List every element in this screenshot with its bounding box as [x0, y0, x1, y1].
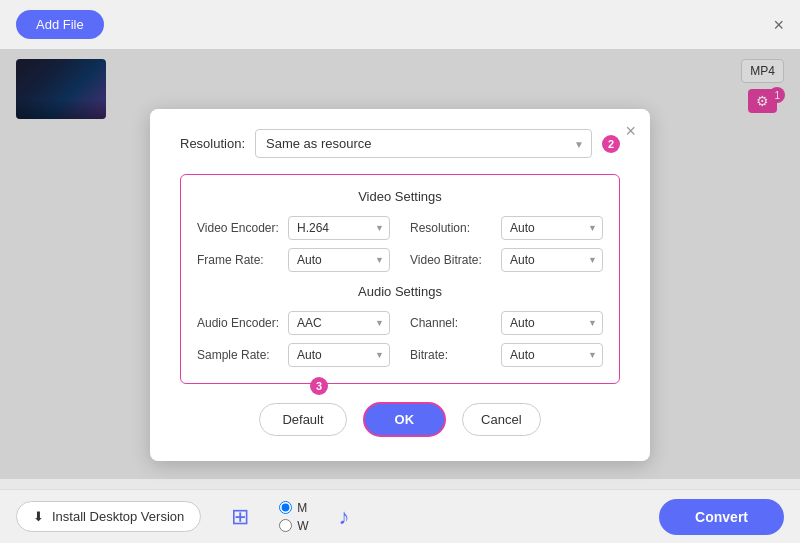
video-encoder-select[interactable]: H.264 H.265 MPEG-4 — [288, 216, 390, 240]
resolution-select-wrap: Same as resource 1920x1080 1280x720 640x… — [255, 129, 592, 158]
video-settings-grid: Video Encoder: H.264 H.265 MPEG-4 ▼ R — [197, 216, 603, 272]
modal-button-row: 3 Default OK Cancel — [180, 402, 620, 437]
video-resolution-select[interactable]: Auto 1920x1080 1280x720 — [501, 216, 603, 240]
sample-rate-row: Sample Rate: Auto 44100 48000 ▼ — [197, 343, 390, 367]
modal-overlay: × Resolution: Same as resource 1920x1080… — [0, 49, 800, 479]
radio-option-w[interactable]: W — [279, 519, 308, 533]
channel-row: Channel: Auto Mono Stereo ▼ — [410, 311, 603, 335]
audio-bitrate-select-wrap: Auto 128k 192k 320k ▼ — [501, 343, 603, 367]
settings-box: Video Settings Video Encoder: H.264 H.26… — [180, 174, 620, 384]
channel-label: Channel: — [410, 316, 495, 330]
modal-close-button[interactable]: × — [625, 121, 636, 142]
sample-rate-label: Sample Rate: — [197, 348, 282, 362]
install-label: Install Desktop Version — [52, 509, 184, 524]
step2-badge: 2 — [602, 135, 620, 153]
resolution-select[interactable]: Same as resource 1920x1080 1280x720 640x… — [255, 129, 592, 158]
video-resolution-select-wrap: Auto 1920x1080 1280x720 ▼ — [501, 216, 603, 240]
audio-bitrate-row: Bitrate: Auto 128k 192k 320k ▼ — [410, 343, 603, 367]
ok-button[interactable]: OK — [363, 402, 447, 437]
frame-rate-select-wrap: Auto 24 30 60 ▼ — [288, 248, 390, 272]
default-button[interactable]: Default — [259, 403, 346, 436]
bottom-bar: ⬇ Install Desktop Version ⊞ M W ♪ Conver… — [0, 489, 800, 543]
frame-rate-select[interactable]: Auto 24 30 60 — [288, 248, 390, 272]
add-file-button[interactable]: Add File — [16, 10, 104, 39]
channel-select-wrap: Auto Mono Stereo ▼ — [501, 311, 603, 335]
audio-bitrate-label: Bitrate: — [410, 348, 495, 362]
audio-settings-grid: Audio Encoder: AAC MP3 OGG ▼ Channel: — [197, 311, 603, 367]
video-encoder-row: Video Encoder: H.264 H.265 MPEG-4 ▼ — [197, 216, 390, 240]
channel-select[interactable]: Auto Mono Stereo — [501, 311, 603, 335]
step3-badge: 3 — [310, 377, 328, 395]
audio-encoder-row: Audio Encoder: AAC MP3 OGG ▼ — [197, 311, 390, 335]
video-encoder-label: Video Encoder: — [197, 221, 282, 235]
window-close-button[interactable]: × — [773, 16, 784, 34]
frame-rate-row: Frame Rate: Auto 24 30 60 ▼ — [197, 248, 390, 272]
sample-rate-select-wrap: Auto 44100 48000 ▼ — [288, 343, 390, 367]
audio-encoder-select[interactable]: AAC MP3 OGG — [288, 311, 390, 335]
frame-rate-label: Frame Rate: — [197, 253, 282, 267]
video-bitrate-select[interactable]: Auto 1000k 2000k 4000k — [501, 248, 603, 272]
install-button[interactable]: ⬇ Install Desktop Version — [16, 501, 201, 532]
video-encoder-select-wrap: H.264 H.265 MPEG-4 ▼ — [288, 216, 390, 240]
video-icon: ⊞ — [231, 504, 249, 530]
top-bar: Add File × — [0, 0, 800, 49]
main-area: MP4 ⚙ 1 × Resolution: Same as resource 1… — [0, 49, 800, 479]
music-icon: ♪ — [339, 504, 350, 530]
cancel-button[interactable]: Cancel — [462, 403, 540, 436]
audio-bitrate-select[interactable]: Auto 128k 192k 320k — [501, 343, 603, 367]
radio-group: M W — [279, 501, 308, 533]
settings-modal: × Resolution: Same as resource 1920x1080… — [150, 109, 650, 461]
convert-button[interactable]: Convert — [659, 499, 784, 535]
radio-w[interactable] — [279, 519, 292, 532]
audio-encoder-select-wrap: AAC MP3 OGG ▼ — [288, 311, 390, 335]
audio-encoder-label: Audio Encoder: — [197, 316, 282, 330]
video-resolution-row: Resolution: Auto 1920x1080 1280x720 ▼ — [410, 216, 603, 240]
sample-rate-select[interactable]: Auto 44100 48000 — [288, 343, 390, 367]
video-bitrate-label: Video Bitrate: — [410, 253, 495, 267]
resolution-label: Resolution: — [180, 136, 245, 151]
resolution-row: Resolution: Same as resource 1920x1080 1… — [180, 129, 620, 158]
download-icon: ⬇ — [33, 509, 44, 524]
audio-settings-title: Audio Settings — [197, 284, 603, 299]
video-bitrate-row: Video Bitrate: Auto 1000k 2000k 4000k ▼ — [410, 248, 603, 272]
video-settings-title: Video Settings — [197, 189, 603, 204]
radio-option-m[interactable]: M — [279, 501, 308, 515]
bottom-left-area: ⬇ Install Desktop Version ⊞ M W ♪ — [16, 501, 350, 533]
video-resolution-label: Resolution: — [410, 221, 495, 235]
radio-m[interactable] — [279, 501, 292, 514]
video-bitrate-select-wrap: Auto 1000k 2000k 4000k ▼ — [501, 248, 603, 272]
